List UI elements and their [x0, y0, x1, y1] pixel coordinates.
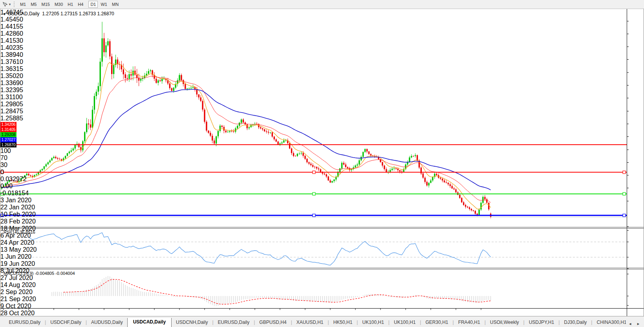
chart-tab-uk100-h1[interactable]: UK100,H1	[390, 318, 420, 327]
timeframe-button-w1[interactable]: W1	[99, 1, 109, 8]
chart-tab-eurusd-daily[interactable]: EURUSD,Daily	[214, 318, 254, 327]
chart-tab-hk50-h1[interactable]: HK50,H1	[329, 318, 357, 327]
timeframe-button-h1[interactable]: H1	[66, 1, 75, 8]
chart-tab-audusd-daily[interactable]: AUDUSD,Daily	[87, 318, 127, 327]
line-handle[interactable]	[623, 193, 626, 195]
cursor-tool-caret-icon[interactable]: ▼	[8, 3, 11, 6]
ma-line-20	[2, 76, 491, 203]
tab-scroll-arrows: ◄ ►	[626, 322, 644, 327]
chart-tab-china300-h1[interactable]: CHINA300,H1	[592, 318, 626, 327]
timeframe-button-m5[interactable]: M5	[29, 1, 38, 8]
chart-tab-fra40-h1[interactable]: FRA40,H1	[454, 318, 485, 327]
timeframe-button-m1[interactable]: M1	[18, 1, 28, 8]
chart-tab-usdcad-daily[interactable]: USDCAD,Daily	[127, 318, 172, 327]
chart-plot[interactable]	[0, 9, 644, 316]
line-handle[interactable]	[313, 171, 315, 174]
line-handle[interactable]	[313, 214, 315, 217]
timeframe-button-m15[interactable]: M15	[39, 1, 51, 8]
line-handle[interactable]	[1, 171, 4, 174]
timeframe-button-d1[interactable]: D1	[88, 1, 98, 8]
chart-tab-usdchf-daily[interactable]: USDCHF,Daily	[46, 318, 86, 327]
timeframe-button-mn[interactable]: MN	[110, 1, 121, 8]
rsi-line	[29, 233, 491, 265]
tab-scroll-right-icon[interactable]: ►	[637, 322, 640, 326]
chart-tab-usdcnh-daily[interactable]: USDCNH,Daily	[172, 318, 212, 327]
chart-window[interactable]: ▼USDCAD,Daily 1.27205 1.27315 1.26733 1.…	[0, 9, 644, 317]
mt4-window: { "toolbar": { "cursor_tool_caret": "▼",…	[0, 0, 644, 327]
line-handle[interactable]	[623, 214, 626, 217]
line-handle[interactable]	[1, 193, 4, 195]
chart-tab-usoil-weekly[interactable]: USOil,Weekly	[486, 318, 523, 327]
line-handle[interactable]	[1, 214, 4, 217]
timeframe-button-h4[interactable]: H4	[76, 1, 85, 8]
cursor-tool-icon[interactable]	[2, 1, 8, 7]
line-handle[interactable]	[623, 171, 626, 174]
toolbar-grip	[14, 2, 16, 7]
chart-tab-eurusd-daily[interactable]: EURUSD,Daily	[4, 318, 45, 327]
chart-tab-uk100-h1[interactable]: UK100,H1	[358, 318, 388, 327]
chart-tab-usdjpy-h1[interactable]: USDJPY,H1	[525, 318, 558, 327]
tab-scroll-left-icon[interactable]: ◄	[628, 322, 632, 326]
chart-tab-ger30-h1[interactable]: GER30,H1	[421, 318, 452, 327]
timeframe-buttons: M1M5M15M30H1H4D1W1MN	[18, 2, 123, 7]
chart-tab-bar: EURUSD,Daily|USDCHF,Daily|AUDUSD,DailyUS…	[0, 316, 644, 327]
ma-line-50	[2, 89, 491, 190]
candlestick-series	[1, 22, 491, 218]
chart-tab-xauusd-h1[interactable]: XAUUSD,H1	[292, 318, 328, 327]
chart-tab-gbpusd-h4[interactable]: GBPUSD,H4	[255, 318, 291, 327]
timeframe-toolbar: ▼ M1M5M15M30H1H4D1W1MN	[0, 0, 644, 9]
chart-tab-dj30-daily[interactable]: DJ30,Daily	[560, 318, 591, 327]
line-handle[interactable]	[313, 193, 315, 195]
timeframe-button-m30[interactable]: M30	[53, 1, 65, 8]
ma-line-8	[2, 62, 491, 209]
macd-signal-line	[64, 280, 491, 304]
